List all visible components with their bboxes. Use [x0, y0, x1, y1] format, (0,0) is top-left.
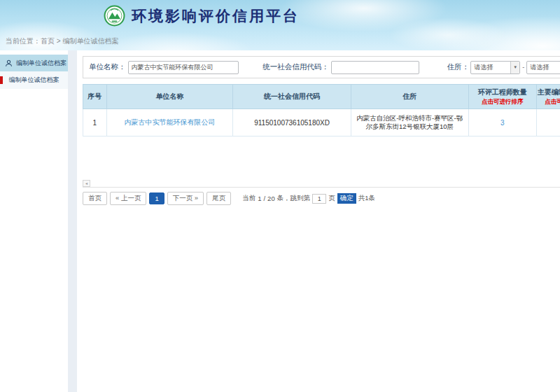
province-select[interactable]: 请选择 ▼ [470, 61, 520, 74]
select-separator: - [522, 64, 524, 71]
page-title: 环境影响评价信用平台 [132, 6, 300, 26]
col-engineer-count[interactable]: 环评工程师数量 点击可进行排序 [468, 85, 536, 109]
city-select[interactable]: 请选择 ▼ [526, 61, 560, 74]
current-page: 1 [258, 195, 261, 202]
goto-label: 条，跳到第 [277, 194, 311, 203]
col-address: 住所 [351, 85, 468, 109]
engineer-count-link[interactable]: 3 [500, 119, 505, 127]
total-pages: 20 [267, 195, 275, 202]
sidebar-section-header[interactable]: 编制单位诚信档案 [0, 55, 68, 71]
table-row: 1 内蒙古中实节能环保有限公司 91150100736105180XD 内蒙古自… [83, 109, 560, 136]
prev-page-button[interactable]: « 上一页 [110, 192, 146, 205]
unit-name-input[interactable] [128, 61, 239, 74]
main-content: 单位名称： 统一社会信用代码： 住所： 请选择 ▼ - 请选择 ▼ - 请选择 … [77, 50, 560, 392]
empty-area [83, 136, 560, 180]
pagination: 首页 « 上一页 1 下一页 » 尾页 当前 1 / 20 条，跳到第 页 确定… [83, 192, 560, 205]
col-seq: 序号 [83, 85, 107, 109]
col-credit-code: 统一社会信用代码 [233, 85, 351, 109]
city-select-value: 请选择 [527, 62, 560, 74]
mee-logo-icon [104, 5, 125, 27]
first-page-button[interactable]: 首页 [83, 192, 107, 205]
last-page-button[interactable]: 尾页 [206, 192, 231, 205]
unit-name-label: 单位名称： [89, 62, 126, 72]
table-header-row: 序号 单位名称 统一社会信用代码 住所 环评工程师数量 点击可进行排序 主要编制… [83, 85, 560, 109]
sidebar: 编制单位诚信档案 编制单位诚信档案 [0, 50, 68, 392]
address-label: 住所： [447, 62, 470, 72]
total-count: 共1条 [358, 194, 375, 203]
col-staff-count[interactable]: 主要编制人员数量 点击可进行排序 [536, 85, 560, 109]
unit-name-link[interactable]: 内蒙古中实节能环保有限公司 [125, 118, 216, 126]
credit-code-label: 统一社会信用代码： [262, 62, 329, 72]
page-separator: / [263, 195, 265, 202]
sidebar-divider [68, 50, 77, 392]
next-page-button[interactable]: 下一页 » [167, 192, 204, 205]
sidebar-section-title: 编制单位诚信档案 [16, 59, 66, 68]
sort-hint: 点击可进行排序 [470, 98, 536, 106]
current-label: 当前 [242, 194, 255, 203]
pager-info: 当前 1 / 20 条，跳到第 页 确定 共1条 [242, 193, 375, 204]
cell-seq: 1 [83, 109, 107, 136]
page-1-button[interactable]: 1 [149, 192, 164, 204]
province-select-value: 请选择 [471, 62, 510, 74]
cell-credit-code: 91150100736105180XD [233, 109, 351, 136]
header: 环境影响评价信用平台 当前位置：首页 > 编制单位诚信档案 [0, 0, 560, 50]
brand: 环境影响评价信用平台 [104, 5, 300, 27]
chevron-down-icon: ▼ [510, 62, 519, 74]
horizontal-scrollbar[interactable]: ◂ [83, 180, 560, 188]
search-form: 单位名称： 统一社会信用代码： 住所： 请选择 ▼ - 请选择 ▼ - 请选择 … [83, 56, 560, 78]
sidebar-item-integrity-archive[interactable]: 编制单位诚信档案 [0, 71, 68, 89]
scroll-left-icon[interactable]: ◂ [83, 180, 90, 187]
user-icon [5, 59, 13, 67]
goto-page-input[interactable] [312, 194, 326, 204]
active-indicator [0, 76, 3, 84]
credit-code-input[interactable] [331, 61, 419, 74]
sidebar-item-label: 编制单位诚信档案 [9, 76, 59, 85]
cell-address: 内蒙古自治区-呼和浩特市-赛罕区-鄂尔多斯东街12号银联大厦10层 [351, 109, 468, 136]
page-word: 页 [328, 194, 335, 203]
breadcrumb: 当前位置：首页 > 编制单位诚信档案 [6, 36, 118, 46]
confirm-button[interactable]: 确定 [337, 193, 356, 204]
col-unit-name: 单位名称 [106, 85, 233, 109]
results-table: 序号 单位名称 统一社会信用代码 住所 环评工程师数量 点击可进行排序 主要编制… [83, 84, 560, 136]
sort-hint: 点击可进行排序 [538, 98, 560, 106]
page-body: 编制单位诚信档案 编制单位诚信档案 单位名称： 统一社会信用代码： 住所： 请选… [0, 50, 560, 392]
